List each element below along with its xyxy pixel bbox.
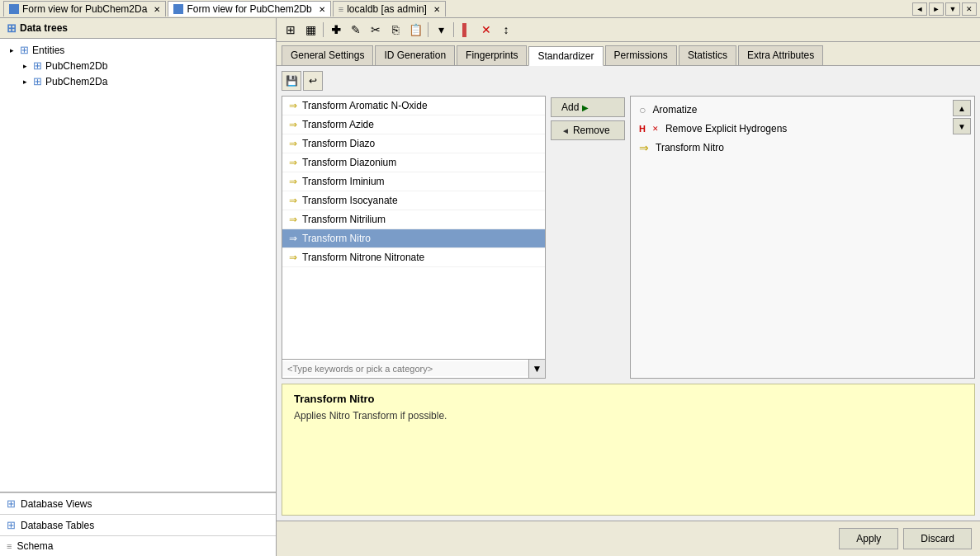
- nitro-arrow-icon: ⇒: [639, 141, 649, 154]
- content-toolbar: 💾 ↩: [282, 71, 975, 91]
- apply-button[interactable]: Apply: [839, 528, 898, 549]
- pubchem2da-icon: ⊞: [33, 75, 42, 87]
- sidebar-header: ⊞ Data trees: [0, 18, 276, 39]
- dropdown-btn[interactable]: ▼: [945, 2, 960, 16]
- list-item-3[interactable]: Transform Diazonium: [282, 153, 545, 172]
- close-tab-0[interactable]: ✕: [154, 5, 160, 14]
- sidebar-footer-tables[interactable]: ⊞ Database Tables: [0, 514, 276, 535]
- sidebar-footer-views[interactable]: ⊞ Database Views: [0, 492, 276, 514]
- search-dropdown-btn[interactable]: ▼: [528, 360, 545, 378]
- tab-general-settings[interactable]: General Settings: [282, 45, 373, 65]
- selected-item-1[interactable]: H✕ Remove Explicit Hydrogens: [631, 120, 974, 138]
- back-arrow-icon: ◄: [561, 126, 570, 135]
- arrow-icon-3: [289, 157, 297, 168]
- expand-entities[interactable]: ▸: [7, 45, 17, 55]
- toolbar-x-btn[interactable]: ✕: [477, 21, 495, 39]
- toolbar-copy-btn[interactable]: ⎘: [386, 21, 405, 39]
- sidebar: ⊞ Data trees ▸ ⊞ Entities ▸ ⊞ PubChem2Db…: [0, 18, 277, 556]
- transforms-list-panel: Transform Aromatic N-Oxide Transform Azi…: [282, 96, 546, 379]
- list-item-6[interactable]: Transform Nitrilium: [282, 210, 545, 229]
- tab-fingerprints[interactable]: Fingerprints: [457, 45, 527, 65]
- h-icon: H: [639, 124, 646, 134]
- sidebar-tree: ▸ ⊞ Entities ▸ ⊞ PubChem2Db ▸ ⊞ PubChem2…: [0, 39, 276, 492]
- tab-pubchem2db[interactable]: Form view for PubChem2Db ✕: [168, 1, 330, 16]
- tab-id-generation[interactable]: ID Generation: [375, 45, 455, 65]
- close-btn[interactable]: ✕: [962, 2, 977, 16]
- play-icon: ▶: [582, 103, 589, 112]
- title-bar: Form view for PubChem2Da ✕ Form view for…: [0, 0, 980, 18]
- expand-btn[interactable]: ►: [929, 2, 944, 16]
- minimize-btn[interactable]: ◄: [912, 2, 927, 16]
- search-input[interactable]: [282, 361, 528, 376]
- toolbar-grid-btn[interactable]: ⊞: [282, 21, 300, 39]
- description-title: Transform Nitro: [294, 393, 963, 405]
- tab-permissions[interactable]: Permissions: [605, 45, 677, 65]
- toolbar-delete-btn[interactable]: ✂: [367, 21, 385, 39]
- x-sub-icon: ✕: [652, 125, 659, 133]
- toolbar-sep-3: [453, 22, 454, 37]
- list-item-2[interactable]: Transform Diazo: [282, 134, 545, 153]
- toolbar-table-btn[interactable]: ▦: [301, 21, 320, 39]
- list-item-1[interactable]: Transform Azide: [282, 115, 545, 134]
- description-text: Applies Nitro Transform if possible.: [294, 410, 963, 422]
- sidebar-item-entities[interactable]: ▸ ⊞ Entities: [3, 42, 272, 58]
- views-icon: ⊞: [7, 497, 16, 510]
- sidebar-item-pubchem2da[interactable]: ▸ ⊞ PubChem2Da: [3, 73, 272, 89]
- sidebar-footer: ⊞ Database Views ⊞ Database Tables ≡ Sch…: [0, 492, 276, 556]
- selected-item-2[interactable]: ⇒ Transform Nitro: [631, 138, 974, 158]
- standardizer-area: Transform Aromatic N-Oxide Transform Azi…: [282, 96, 975, 379]
- sidebar-footer-schema[interactable]: ≡ Schema: [0, 535, 276, 556]
- tab-pubchem2da[interactable]: Form view for PubChem2Da ✕: [3, 1, 166, 16]
- list-item-4[interactable]: Transform Iminium: [282, 172, 545, 191]
- toolbar-edit-btn[interactable]: ✎: [347, 21, 365, 39]
- bottom-bar: Apply Discard: [277, 521, 980, 556]
- arrow-icon-1: [289, 119, 297, 130]
- selected-item-0[interactable]: ○ Aromatize: [631, 100, 974, 120]
- toolbar-sep-2: [428, 22, 428, 37]
- tab-statistics[interactable]: Statistics: [679, 45, 736, 65]
- arrow-icon-5: [289, 195, 297, 206]
- toolbar-sort-btn[interactable]: ↕: [497, 21, 515, 39]
- expand-pubchem2db[interactable]: ▸: [20, 61, 30, 71]
- arrow-icon-4: [289, 176, 297, 187]
- tab-localdb[interactable]: ≡ localdb [as admin] ✕: [333, 1, 446, 16]
- arrow-icon-0: [289, 100, 297, 111]
- list-item-7[interactable]: Transform Nitro: [282, 229, 545, 248]
- move-up-btn[interactable]: ▲: [953, 100, 971, 116]
- tables-icon: ⊞: [7, 519, 16, 531]
- expand-pubchem2da[interactable]: ▸: [20, 77, 30, 87]
- tab-extra-attributes[interactable]: Extra Attributes: [738, 45, 823, 65]
- list-item-8[interactable]: Transform Nitrone Nitronate: [282, 248, 545, 267]
- remove-button[interactable]: ◄ Remove: [551, 120, 625, 140]
- list-item-5[interactable]: Transform Isocyanate: [282, 191, 545, 210]
- pubchem2db-icon: ⊞: [33, 59, 42, 72]
- content-area: 💾 ↩ Transform Aromatic N-Oxide Transform…: [277, 66, 980, 521]
- toolbar-sep-1: [323, 22, 324, 37]
- mid-panel: Add ▶ ◄ Remove: [551, 96, 625, 379]
- sidebar-item-pubchem2db[interactable]: ▸ ⊞ PubChem2Db: [3, 58, 272, 73]
- up-down-panel: ▲ ▼: [953, 100, 971, 134]
- description-panel: Transform Nitro Applies Nitro Transform …: [282, 384, 975, 516]
- toolbar-paste-btn[interactable]: 📋: [406, 21, 424, 39]
- toolbar-add-btn[interactable]: 🞤: [327, 21, 345, 39]
- toolbar-chart-btn[interactable]: ▌: [457, 21, 476, 39]
- undo-btn[interactable]: ↩: [303, 71, 323, 91]
- transforms-list[interactable]: Transform Aromatic N-Oxide Transform Azi…: [282, 97, 545, 359]
- selected-panel: ○ Aromatize H✕ Remove Explicit Hydrogens…: [630, 96, 975, 379]
- arrow-icon-8: [289, 252, 297, 263]
- entities-icon: ⊞: [20, 44, 29, 56]
- move-down-btn[interactable]: ▼: [953, 118, 971, 134]
- arrow-icon-2: [289, 138, 297, 149]
- save-btn[interactable]: 💾: [282, 71, 301, 91]
- toolbar: ⊞ ▦ 🞤 ✎ ✂ ⎘ 📋 ▾ ▌ ✕ ↕: [277, 18, 980, 42]
- toolbar-filter-btn[interactable]: ▾: [432, 21, 450, 39]
- discard-button[interactable]: Discard: [903, 528, 972, 549]
- list-item-0[interactable]: Transform Aromatic N-Oxide: [282, 97, 545, 115]
- list-search-bar: ▼: [282, 359, 545, 378]
- close-tab-1[interactable]: ✕: [319, 5, 325, 14]
- schema-icon: ≡: [7, 541, 12, 551]
- tab-standardizer[interactable]: Standardizer: [528, 46, 603, 66]
- add-button[interactable]: Add ▶: [551, 97, 625, 117]
- arrow-icon-7: [289, 233, 297, 244]
- close-tab-2[interactable]: ✕: [433, 5, 440, 14]
